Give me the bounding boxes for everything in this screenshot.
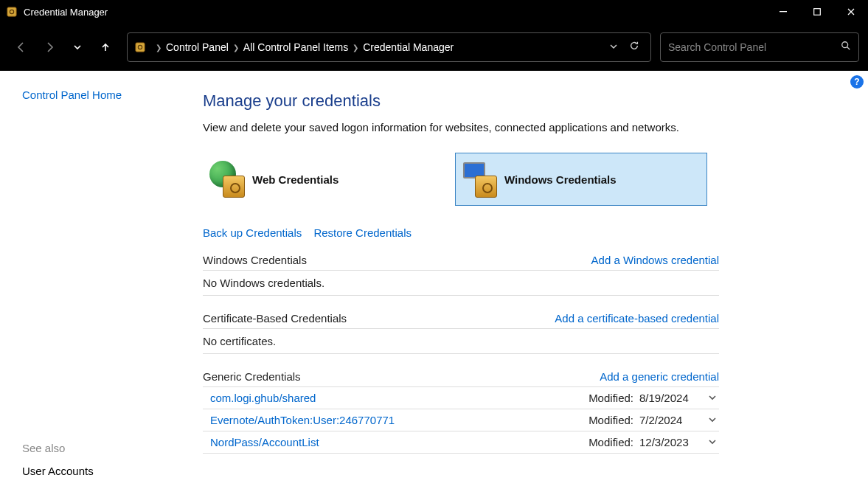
- chevron-down-icon[interactable]: [706, 392, 719, 404]
- recent-locations-button[interactable]: [65, 35, 90, 60]
- svg-rect-3: [814, 9, 821, 15]
- credential-name: Evernote/AuthToken:User:246770771: [210, 414, 395, 426]
- svg-rect-0: [7, 7, 16, 16]
- window-title: Credential Manager: [24, 7, 766, 18]
- tab-win-label: Windows Credentials: [504, 173, 617, 186]
- title-bar: Credential Manager: [0, 0, 868, 24]
- section-head-generic: Generic Credentials Add a generic creden…: [203, 370, 719, 387]
- back-button[interactable]: [9, 35, 34, 60]
- modified-label: Modified:: [588, 414, 633, 426]
- close-button[interactable]: [834, 0, 868, 24]
- up-button[interactable]: [93, 35, 118, 60]
- credential-row[interactable]: Evernote/AuthToken:User:246770771Modifie…: [203, 409, 719, 431]
- refresh-button[interactable]: [624, 41, 645, 54]
- section-title-generic: Generic Credentials: [203, 370, 301, 383]
- main-panel: Manage your credentials View and delete …: [188, 71, 734, 489]
- address-dropdown-button[interactable]: [603, 41, 624, 54]
- chevron-down-icon[interactable]: [706, 414, 719, 426]
- credential-actions: Back up Credentials Restore Credentials: [203, 226, 719, 239]
- credential-type-tabs: Web Credentials Windows Credentials: [203, 153, 719, 206]
- credential-row[interactable]: NordPass/AccountListModified:12/3/2023: [203, 431, 719, 454]
- modified-label: Modified:: [588, 392, 633, 404]
- svg-point-6: [842, 42, 848, 48]
- search-box[interactable]: [660, 32, 859, 62]
- section-head-windows: Windows Credentials Add a Windows creden…: [203, 254, 719, 271]
- modified-date: 8/19/2024: [639, 392, 698, 404]
- windows-credentials-empty: No Windows credentials.: [203, 271, 719, 296]
- sidebar: Control Panel Home See also User Account…: [0, 71, 188, 489]
- chevron-right-icon[interactable]: ❯: [233, 44, 239, 52]
- user-accounts-link[interactable]: User Accounts: [22, 465, 173, 477]
- nav-bar: ❯ Control Panel ❯ All Control Panel Item…: [0, 24, 868, 71]
- search-icon[interactable]: [841, 41, 851, 54]
- maximize-button[interactable]: [800, 0, 834, 24]
- minimize-button[interactable]: [766, 0, 800, 24]
- generic-credentials-list: com.logi.ghub/sharedModified:8/19/2024Ev…: [203, 387, 719, 454]
- help-button[interactable]: ?: [850, 75, 864, 89]
- breadcrumb-seg-control-panel[interactable]: Control Panel: [166, 41, 229, 53]
- tab-windows-credentials[interactable]: Windows Credentials: [455, 153, 707, 206]
- svg-rect-2: [780, 11, 787, 12]
- breadcrumb-seg-credential-manager[interactable]: Credential Manager: [363, 41, 454, 53]
- page-heading: Manage your credentials: [203, 91, 719, 111]
- modified-date: 7/2/2024: [639, 414, 698, 426]
- add-generic-credential-link[interactable]: Add a generic credential: [600, 370, 719, 383]
- page-subtitle: View and delete your saved logon informa…: [203, 121, 719, 133]
- restore-credentials-link[interactable]: Restore Credentials: [313, 226, 412, 239]
- address-bar[interactable]: ❯ Control Panel ❯ All Control Panel Item…: [127, 32, 651, 62]
- add-windows-credential-link[interactable]: Add a Windows credential: [591, 254, 719, 266]
- chevron-right-icon[interactable]: ❯: [156, 44, 162, 52]
- tab-web-credentials[interactable]: Web Credentials: [203, 153, 455, 206]
- location-icon: [133, 41, 147, 54]
- app-icon: [6, 6, 18, 18]
- control-panel-home-link[interactable]: Control Panel Home: [22, 89, 173, 101]
- web-credentials-icon: [209, 161, 246, 198]
- forward-button[interactable]: [37, 35, 62, 60]
- windows-credentials-icon: [462, 161, 499, 198]
- credential-row[interactable]: com.logi.ghub/sharedModified:8/19/2024: [203, 387, 719, 409]
- breadcrumb-seg-all-items[interactable]: All Control Panel Items: [243, 41, 348, 53]
- section-title-cert: Certificate-Based Credentials: [203, 312, 347, 325]
- add-cert-credential-link[interactable]: Add a certificate-based credential: [555, 312, 719, 325]
- backup-credentials-link[interactable]: Back up Credentials: [203, 226, 302, 239]
- cert-credentials-empty: No certificates.: [203, 329, 719, 354]
- search-input[interactable]: [668, 41, 836, 53]
- section-title-windows: Windows Credentials: [203, 254, 307, 266]
- chevron-right-icon[interactable]: ❯: [353, 44, 358, 52]
- credential-name: NordPass/AccountList: [210, 436, 319, 448]
- svg-rect-4: [136, 43, 145, 52]
- chevron-down-icon[interactable]: [706, 436, 719, 448]
- tab-web-label: Web Credentials: [252, 173, 338, 186]
- content-area: ? Control Panel Home See also User Accou…: [0, 71, 868, 489]
- credential-name: com.logi.ghub/shared: [210, 392, 316, 404]
- modified-label: Modified:: [588, 436, 633, 448]
- modified-date: 12/3/2023: [639, 436, 698, 448]
- see-also-label: See also: [22, 442, 173, 454]
- section-head-cert: Certificate-Based Credentials Add a cert…: [203, 312, 719, 329]
